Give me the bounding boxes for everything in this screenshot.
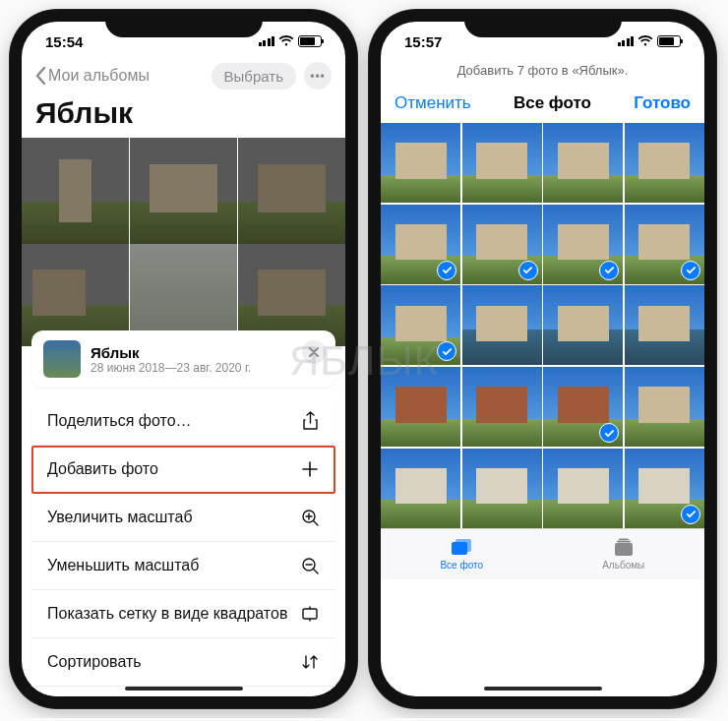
selected-check-icon — [599, 261, 619, 280]
sheet-title: Яблык — [91, 344, 251, 361]
photo-cell[interactable] — [625, 123, 704, 203]
home-indicator[interactable] — [484, 687, 602, 691]
photo-cell[interactable] — [543, 367, 623, 447]
photo-cell[interactable] — [543, 285, 623, 365]
more-button[interactable]: ••• — [304, 62, 332, 90]
plus-icon — [300, 459, 320, 479]
menu-share[interactable]: Поделиться фото… — [31, 397, 335, 446]
tab-all-photos[interactable]: Все фото — [381, 529, 543, 579]
select-button[interactable]: Выбрать — [212, 63, 296, 90]
status-time: 15:57 — [404, 33, 442, 50]
zoom-out-icon — [300, 556, 320, 575]
aspect-icon — [300, 604, 320, 624]
home-indicator[interactable] — [125, 687, 243, 691]
photo-thumb[interactable] — [130, 138, 238, 244]
tab-bar: Все фото Альбомы — [381, 528, 704, 579]
photo-cell[interactable] — [462, 367, 542, 447]
wifi-icon — [278, 35, 294, 47]
photo-cell[interactable] — [462, 285, 542, 365]
sheet-subtitle: 28 июня 2018—23 авг. 2020 г. — [91, 361, 251, 375]
status-time: 15:54 — [45, 33, 83, 50]
photo-cell[interactable] — [625, 285, 704, 365]
photo-cell[interactable] — [381, 205, 460, 284]
photo-cell[interactable] — [381, 449, 460, 528]
back-label: Мои альбомы — [48, 67, 150, 85]
wifi-icon — [637, 35, 653, 47]
photo-cell[interactable] — [625, 205, 704, 284]
photo-cell[interactable] — [462, 205, 542, 284]
photo-cell[interactable] — [381, 285, 460, 365]
signal-icon — [259, 36, 275, 46]
chevron-left-icon — [35, 67, 46, 85]
photo-thumb[interactable] — [22, 138, 130, 244]
photo-cell[interactable] — [543, 449, 623, 528]
photo-cell[interactable] — [625, 367, 704, 447]
album-title: Яблык — [22, 96, 345, 138]
menu-sort[interactable]: Сортировать — [31, 638, 335, 687]
svg-rect-6 — [615, 543, 633, 556]
photo-cell[interactable] — [381, 367, 460, 447]
menu-zoom-out[interactable]: Уменьшить масштаб — [31, 542, 335, 590]
battery-icon — [657, 35, 681, 47]
photo-cell[interactable] — [543, 123, 623, 203]
photo-cell[interactable] — [625, 449, 704, 528]
photo-thumb[interactable] — [238, 138, 345, 244]
back-button[interactable]: Мои альбомы — [35, 67, 150, 85]
svg-rect-2 — [303, 609, 317, 619]
selected-check-icon — [681, 505, 700, 524]
picker-subtitle: Добавить 7 фото в «Яблык». — [381, 61, 704, 86]
selected-check-icon — [518, 261, 538, 280]
svg-rect-5 — [455, 539, 471, 552]
svg-rect-7 — [617, 540, 631, 542]
phone-right: 15:57 Добавить 7 фото в «Яблык». Отменит… — [369, 10, 716, 708]
tab-albums[interactable]: Альбомы — [543, 529, 705, 579]
photo-cell[interactable] — [543, 205, 623, 284]
battery-icon — [298, 35, 322, 47]
photo-cell[interactable] — [462, 123, 542, 203]
svg-rect-8 — [619, 538, 629, 540]
notch — [464, 10, 622, 37]
menu-aspect[interactable]: Показать сетку в виде квадратов — [31, 590, 335, 638]
menu-add-photo[interactable]: Добавить фото — [31, 446, 335, 494]
photo-grid — [381, 123, 704, 528]
sort-icon — [300, 652, 320, 672]
close-button[interactable] — [302, 340, 326, 364]
menu-zoom-in[interactable]: Увеличить масштаб — [31, 494, 335, 542]
close-icon — [309, 347, 319, 357]
zoom-in-icon — [300, 508, 320, 527]
action-menu: Поделиться фото… Добавить фото Увеличить… — [31, 397, 335, 696]
selected-check-icon — [681, 261, 700, 280]
phone-left: 15:54 Мои альбомы Выбрать ••• Яблык — [10, 10, 357, 708]
share-icon — [300, 411, 320, 431]
notch — [105, 10, 263, 37]
selected-check-icon — [437, 261, 456, 280]
photos-icon — [450, 538, 473, 558]
photo-row — [22, 138, 345, 244]
sheet-header: Яблык 28 июня 2018—23 авг. 2020 г. — [31, 330, 335, 388]
albums-icon — [612, 538, 636, 558]
photo-cell[interactable] — [462, 449, 542, 528]
picker-title: Все фото — [514, 93, 591, 113]
signal-icon — [618, 36, 635, 46]
photo-cell[interactable] — [381, 123, 460, 203]
sheet-thumb — [43, 340, 81, 378]
cancel-button[interactable]: Отменить — [394, 93, 471, 113]
done-button[interactable]: Готово — [634, 93, 691, 113]
